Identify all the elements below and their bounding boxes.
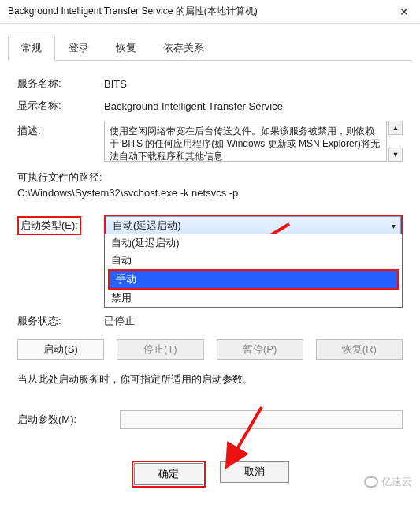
startup-type-dropdown: 自动(延迟启动) 自动 手动 禁用 <box>104 234 403 308</box>
start-button[interactable]: 启动(S) <box>17 339 104 360</box>
titlebar: Background Intelligent Transfer Service … <box>0 0 420 24</box>
label-description: 描述: <box>17 121 104 138</box>
tab-general[interactable]: 常规 <box>8 36 55 61</box>
value-service-status: 已停止 <box>104 314 403 328</box>
scroll-down-icon[interactable]: ▼ <box>388 148 403 162</box>
chevron-down-icon: ▾ <box>392 222 396 230</box>
pause-button: 暂停(P) <box>217 339 303 360</box>
label-exe-path: 可执行文件的路径: <box>17 170 403 185</box>
annotation-box-manual: 手动 <box>108 269 399 290</box>
service-control-buttons: 启动(S) 停止(T) 暂停(P) 恢复(R) <box>17 339 403 360</box>
startup-type-combo-wrap: 自动(延迟启动) ▾ 自动(延迟启动) 自动 手动 禁用 <box>104 215 403 237</box>
startup-params-hint: 当从此处启动服务时，你可指定所适用的启动参数。 <box>17 372 403 387</box>
value-exe-path: C:\Windows\System32\svchost.exe -k netsv… <box>17 185 403 201</box>
startup-type-combo[interactable]: 自动(延迟启动) ▾ <box>106 216 401 235</box>
annotation-box-ok: 确定 <box>132 461 206 488</box>
tab-strip: 常规 登录 恢复 依存关系 <box>8 35 412 61</box>
scroll-up-icon[interactable]: ▲ <box>388 121 403 135</box>
exe-path-block: 可执行文件的路径: C:\Windows\System32\svchost.ex… <box>17 170 403 200</box>
button-label: 暂停(P) <box>243 343 277 355</box>
stop-button: 停止(T) <box>117 339 203 360</box>
tab-panel-general: 服务名称: BITS 显示名称: Background Intelligent … <box>0 61 420 443</box>
option-label: 自动 <box>111 254 132 266</box>
description-scroll: ▲ ▼ <box>388 121 403 162</box>
resume-button: 恢复(R) <box>316 339 403 360</box>
label-service-name: 服务名称: <box>17 77 104 91</box>
option-label: 自动(延迟启动) <box>111 237 180 249</box>
tab-label: 常规 <box>21 42 42 54</box>
tab-logon[interactable]: 登录 <box>55 36 102 61</box>
window-title: Background Intelligent Transfer Service … <box>8 5 258 18</box>
label-startup-params: 启动参数(M): <box>17 413 120 427</box>
tab-recovery[interactable]: 恢复 <box>102 36 150 61</box>
tab-label: 恢复 <box>116 42 136 54</box>
startup-option-auto-delayed[interactable]: 自动(延迟启动) <box>105 234 402 252</box>
description-text: 使用空闲网络带宽在后台传送文件。如果该服务被禁用，则依赖于 BITS 的任何应用… <box>104 121 387 162</box>
startup-option-manual[interactable]: 手动 <box>110 271 397 288</box>
cancel-button[interactable]: 取消 <box>220 461 289 483</box>
label-service-status: 服务状态: <box>17 314 104 328</box>
tab-label: 依存关系 <box>163 42 204 54</box>
option-label: 手动 <box>116 273 136 285</box>
startup-option-auto[interactable]: 自动 <box>105 252 402 269</box>
combo-selected-value: 自动(延迟启动) <box>113 219 181 233</box>
dialog-footer: 确定 取消 亿速云 <box>0 443 420 495</box>
cloud-icon <box>364 476 378 488</box>
label-display-name: 显示名称: <box>17 99 104 113</box>
ok-button[interactable]: 确定 <box>134 463 203 485</box>
label-startup-type-text: 启动类型(E): <box>20 219 78 231</box>
option-label: 禁用 <box>111 292 132 304</box>
close-icon[interactable]: ✕ <box>395 6 414 18</box>
button-label: 启动(S) <box>43 343 77 355</box>
button-label: 恢复(R) <box>342 343 377 355</box>
watermark-text: 亿速云 <box>381 475 412 489</box>
button-label: 确定 <box>158 468 179 480</box>
startup-option-disabled[interactable]: 禁用 <box>105 290 402 307</box>
annotation-box-startup-label: 启动类型(E): <box>17 216 81 235</box>
startup-params-input[interactable] <box>120 410 403 429</box>
watermark: 亿速云 <box>364 475 412 489</box>
label-startup-type: 启动类型(E): <box>17 216 104 235</box>
value-display-name: Background Intelligent Transfer Service <box>104 100 403 112</box>
value-service-name: BITS <box>104 78 403 90</box>
button-label: 停止(T) <box>143 343 177 355</box>
tab-dependencies[interactable]: 依存关系 <box>150 36 217 61</box>
tab-label: 登录 <box>69 42 89 54</box>
button-label: 取消 <box>244 465 265 477</box>
